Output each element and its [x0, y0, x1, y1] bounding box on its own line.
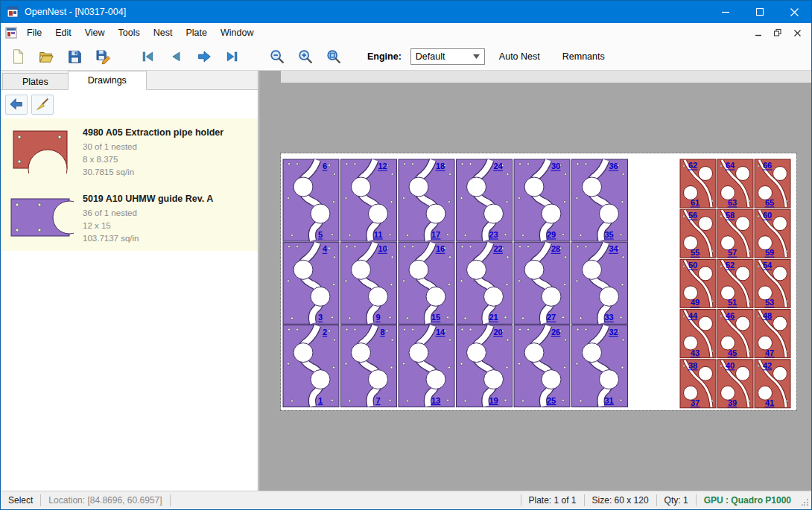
- mdi-minimize-button[interactable]: [750, 25, 767, 40]
- menu-view[interactable]: View: [78, 23, 112, 42]
- nav-prev-button[interactable]: [165, 45, 187, 68]
- minimize-icon: [722, 8, 729, 16]
- drawing-meta: 5019 A10 UHMW guide Rev. A 36 of 1 neste…: [83, 189, 252, 245]
- svg-text:31: 31: [604, 396, 613, 405]
- svg-text:34: 34: [609, 244, 618, 253]
- red-part-pair: 3837: [680, 360, 716, 408]
- menu-tools[interactable]: Tools: [112, 23, 147, 42]
- close-button[interactable]: [777, 1, 811, 23]
- drawing-item-2[interactable]: 5019 A10 UHMW guide Rev. A 36 of 1 neste…: [1, 185, 258, 251]
- save-as-button[interactable]: [92, 45, 114, 68]
- open-folder-icon: [38, 48, 54, 65]
- titlebar[interactable]: OpenNest - [N0317-004]: [1, 1, 811, 23]
- tab-drawings[interactable]: Drawings: [68, 71, 147, 90]
- menu-window[interactable]: Window: [214, 23, 260, 42]
- resize-grip[interactable]: [799, 497, 811, 509]
- purple-part-shape: [8, 194, 74, 240]
- new-document-icon: [10, 48, 26, 65]
- zoom-in-icon: [297, 48, 314, 65]
- svg-text:18: 18: [436, 162, 445, 170]
- red-part-pair: 5857: [717, 209, 753, 258]
- red-part-pair: 5251: [717, 259, 753, 307]
- svg-text:55: 55: [691, 248, 700, 257]
- svg-text:53: 53: [765, 298, 774, 307]
- drawing-item-1[interactable]: 4980 A05 Extraction pipe holder 30 of 1 …: [1, 118, 258, 185]
- red-part-pair: 5049: [680, 259, 716, 307]
- statusbar-plate: Plate: 1 of 1: [521, 491, 584, 509]
- purple-part-pair: 1817: [399, 159, 454, 241]
- window-controls: [708, 1, 811, 23]
- remnants-button[interactable]: Remnants: [554, 47, 613, 66]
- mdi-restore-icon: [774, 29, 781, 36]
- svg-text:54: 54: [763, 261, 773, 270]
- svg-text:46: 46: [726, 311, 735, 320]
- resize-grip-icon: [802, 498, 809, 506]
- svg-text:27: 27: [547, 313, 556, 322]
- menu-edit[interactable]: Edit: [48, 23, 78, 42]
- minimize-button[interactable]: [708, 1, 743, 23]
- menu-plate[interactable]: Plate: [179, 23, 214, 42]
- statusbar-mode: Select: [1, 491, 40, 509]
- import-drawing-button[interactable]: [5, 95, 28, 115]
- red-part-pair: 4645: [717, 310, 753, 358]
- maximize-button[interactable]: [743, 1, 777, 23]
- nav-first-button[interactable]: [136, 45, 159, 68]
- save-floppy-icon: [66, 48, 83, 65]
- svg-text:65: 65: [765, 198, 774, 207]
- drawing-area: 103.7137 sq/in: [83, 232, 252, 245]
- svg-text:24: 24: [493, 162, 503, 170]
- red-part-pair: 4443: [680, 310, 716, 358]
- zoom-fit-button[interactable]: [323, 45, 345, 68]
- new-button[interactable]: [7, 45, 29, 68]
- svg-text:35: 35: [604, 230, 613, 239]
- broom-icon: [35, 98, 50, 111]
- svg-text:12: 12: [378, 162, 387, 170]
- purple-part-pair: 2221: [457, 242, 513, 324]
- svg-text:8: 8: [380, 328, 384, 337]
- engine-value: Default: [416, 51, 445, 62]
- drawings-toolbar: [1, 90, 258, 118]
- zoom-out-button[interactable]: [266, 45, 288, 68]
- menu-nest[interactable]: Nest: [147, 23, 180, 42]
- app-icon: [7, 6, 19, 18]
- mdi-restore-button[interactable]: [770, 25, 786, 40]
- drawing-area: 30.7815 sq/in: [83, 166, 252, 179]
- nest-drawing: 6512111817242330293635431091615222128273…: [281, 153, 796, 410]
- save-as-icon: [95, 48, 111, 65]
- svg-text:25: 25: [547, 396, 556, 405]
- toolbar-separator: [250, 56, 260, 57]
- svg-text:10: 10: [378, 244, 387, 253]
- nav-last-button[interactable]: [221, 45, 244, 68]
- menu-file[interactable]: File: [20, 23, 48, 42]
- part-thumbnail-purple: [7, 189, 75, 245]
- statusbar-gpu: GPU : Quadro P1000: [697, 491, 799, 509]
- statusbar-size: Size: 60 x 120: [585, 491, 656, 509]
- plate[interactable]: 6512111817242330293635431091615222128273…: [281, 153, 796, 410]
- side-panel: Plates Drawings: [1, 71, 258, 491]
- red-part-pair: 6463: [717, 159, 753, 208]
- mdi-close-button[interactable]: [789, 25, 805, 40]
- engine-select[interactable]: Default: [410, 48, 485, 65]
- tab-plates[interactable]: Plates: [2, 73, 69, 89]
- svg-text:43: 43: [691, 348, 700, 357]
- svg-text:59: 59: [765, 248, 774, 257]
- svg-text:48: 48: [763, 311, 772, 320]
- auto-nest-button[interactable]: Auto Nest: [491, 47, 548, 66]
- purple-part-pair: 21: [283, 325, 339, 407]
- nav-next-button[interactable]: [193, 45, 215, 68]
- svg-text:58: 58: [726, 211, 735, 220]
- open-button[interactable]: [35, 45, 57, 68]
- purple-part-pair: 1211: [341, 159, 397, 241]
- main-toolbar: Engine: Default Auto Nest Remnants: [1, 42, 811, 71]
- svg-text:30: 30: [551, 162, 560, 170]
- svg-text:17: 17: [431, 230, 440, 239]
- svg-text:7: 7: [375, 396, 380, 405]
- svg-text:19: 19: [489, 396, 498, 405]
- nest-canvas[interactable]: 6512111817242330293635431091615222128273…: [259, 71, 811, 491]
- zoom-in-button[interactable]: [294, 45, 317, 68]
- svg-text:44: 44: [688, 311, 698, 320]
- save-button[interactable]: [63, 45, 86, 68]
- clean-drawings-button[interactable]: [31, 95, 54, 115]
- statusbar-separator: [170, 494, 171, 506]
- purple-part-pair: 109: [341, 242, 397, 324]
